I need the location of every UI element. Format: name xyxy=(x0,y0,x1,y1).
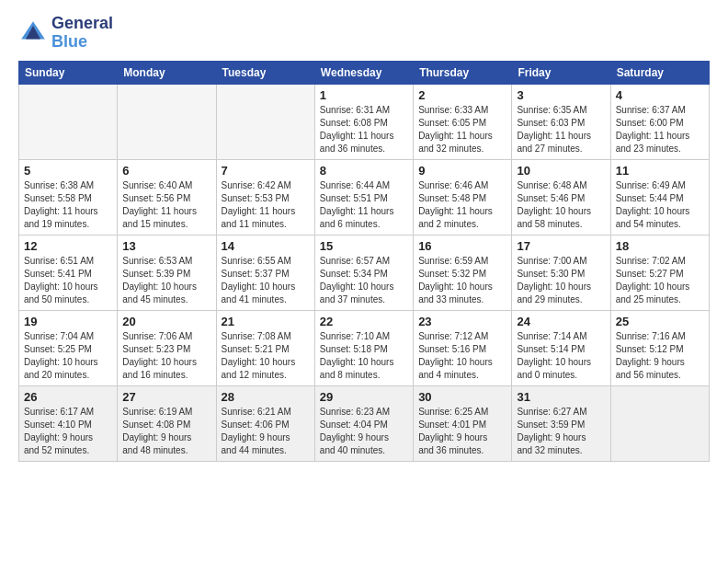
day-number: 6 xyxy=(122,164,210,178)
calendar-cell: 5Sunrise: 6:38 AM Sunset: 5:58 PM Daylig… xyxy=(19,159,118,235)
day-number: 15 xyxy=(320,239,408,253)
day-detail: Sunrise: 7:06 AM Sunset: 5:23 PM Dayligh… xyxy=(122,330,210,382)
day-number: 8 xyxy=(320,164,408,178)
calendar-cell: 30Sunrise: 6:25 AM Sunset: 4:01 PM Dayli… xyxy=(414,385,512,461)
day-detail: Sunrise: 6:27 AM Sunset: 3:59 PM Dayligh… xyxy=(517,406,605,457)
logo: General Blue xyxy=(18,15,113,52)
calendar-cell: 11Sunrise: 6:49 AM Sunset: 5:44 PM Dayli… xyxy=(610,159,709,235)
day-number: 16 xyxy=(418,239,506,253)
day-number: 20 xyxy=(122,315,210,328)
calendar-cell: 22Sunrise: 7:10 AM Sunset: 5:18 PM Dayli… xyxy=(314,310,413,385)
day-detail: Sunrise: 6:37 AM Sunset: 6:00 PM Dayligh… xyxy=(616,104,704,155)
day-detail: Sunrise: 7:08 AM Sunset: 5:21 PM Dayligh… xyxy=(222,330,310,382)
calendar-cell: 14Sunrise: 6:55 AM Sunset: 5:37 PM Dayli… xyxy=(216,235,314,310)
day-detail: Sunrise: 6:55 AM Sunset: 5:37 PM Dayligh… xyxy=(222,255,310,306)
calendar-cell xyxy=(19,84,118,159)
calendar-table: SundayMondayTuesdayWednesdayThursdayFrid… xyxy=(18,61,710,462)
weekday-header-wednesday: Wednesday xyxy=(314,61,413,84)
calendar-cell xyxy=(216,84,314,159)
day-detail: Sunrise: 6:33 AM Sunset: 6:05 PM Dayligh… xyxy=(418,104,506,155)
day-detail: Sunrise: 6:51 AM Sunset: 5:41 PM Dayligh… xyxy=(24,255,112,306)
weekday-header-tuesday: Tuesday xyxy=(216,61,314,84)
day-detail: Sunrise: 7:10 AM Sunset: 5:18 PM Dayligh… xyxy=(320,330,408,382)
calendar-cell: 16Sunrise: 6:59 AM Sunset: 5:32 PM Dayli… xyxy=(414,235,512,310)
calendar-cell: 23Sunrise: 7:12 AM Sunset: 5:16 PM Dayli… xyxy=(414,310,512,385)
day-detail: Sunrise: 6:23 AM Sunset: 4:04 PM Dayligh… xyxy=(320,406,408,457)
day-detail: Sunrise: 6:53 AM Sunset: 5:39 PM Dayligh… xyxy=(122,255,210,306)
calendar-cell xyxy=(118,84,216,159)
day-detail: Sunrise: 6:48 AM Sunset: 5:46 PM Dayligh… xyxy=(517,179,605,231)
day-number: 1 xyxy=(320,88,408,102)
day-detail: Sunrise: 7:02 AM Sunset: 5:27 PM Dayligh… xyxy=(616,255,704,306)
day-detail: Sunrise: 6:21 AM Sunset: 4:06 PM Dayligh… xyxy=(222,406,310,457)
logo-icon xyxy=(18,18,48,48)
logo-text: General Blue xyxy=(51,15,113,52)
day-number: 31 xyxy=(517,390,605,404)
calendar-cell: 4Sunrise: 6:37 AM Sunset: 6:00 PM Daylig… xyxy=(610,84,709,159)
day-detail: Sunrise: 7:12 AM Sunset: 5:16 PM Dayligh… xyxy=(418,330,506,382)
calendar-cell: 18Sunrise: 7:02 AM Sunset: 5:27 PM Dayli… xyxy=(610,235,709,310)
day-detail: Sunrise: 6:44 AM Sunset: 5:51 PM Dayligh… xyxy=(320,179,408,231)
calendar-cell: 29Sunrise: 6:23 AM Sunset: 4:04 PM Dayli… xyxy=(314,385,413,461)
weekday-header-thursday: Thursday xyxy=(414,61,512,84)
day-number: 11 xyxy=(616,164,704,178)
day-number: 10 xyxy=(517,164,605,178)
calendar-cell: 26Sunrise: 6:17 AM Sunset: 4:10 PM Dayli… xyxy=(19,385,118,461)
day-number: 7 xyxy=(222,164,310,178)
day-detail: Sunrise: 7:16 AM Sunset: 5:12 PM Dayligh… xyxy=(616,330,704,382)
calendar-cell: 8Sunrise: 6:44 AM Sunset: 5:51 PM Daylig… xyxy=(314,159,413,235)
day-number: 21 xyxy=(222,315,310,328)
calendar-cell: 19Sunrise: 7:04 AM Sunset: 5:25 PM Dayli… xyxy=(19,310,118,385)
day-number: 9 xyxy=(418,164,506,178)
calendar-cell: 15Sunrise: 6:57 AM Sunset: 5:34 PM Dayli… xyxy=(314,235,413,310)
day-number: 24 xyxy=(517,315,605,328)
weekday-header-friday: Friday xyxy=(512,61,610,84)
day-number: 29 xyxy=(320,390,408,404)
header: General Blue xyxy=(18,15,710,52)
calendar-cell: 10Sunrise: 6:48 AM Sunset: 5:46 PM Dayli… xyxy=(512,159,610,235)
page: General Blue SundayMondayTuesdayWednesda… xyxy=(0,0,728,563)
day-detail: Sunrise: 6:57 AM Sunset: 5:34 PM Dayligh… xyxy=(320,255,408,306)
day-detail: Sunrise: 7:04 AM Sunset: 5:25 PM Dayligh… xyxy=(24,330,112,382)
day-detail: Sunrise: 6:40 AM Sunset: 5:56 PM Dayligh… xyxy=(122,179,210,231)
day-number: 2 xyxy=(418,88,506,102)
day-number: 14 xyxy=(222,239,310,253)
calendar-cell: 27Sunrise: 6:19 AM Sunset: 4:08 PM Dayli… xyxy=(118,385,216,461)
day-detail: Sunrise: 6:59 AM Sunset: 5:32 PM Dayligh… xyxy=(418,255,506,306)
day-detail: Sunrise: 6:49 AM Sunset: 5:44 PM Dayligh… xyxy=(616,179,704,231)
day-detail: Sunrise: 6:17 AM Sunset: 4:10 PM Dayligh… xyxy=(24,406,112,457)
calendar-cell: 25Sunrise: 7:16 AM Sunset: 5:12 PM Dayli… xyxy=(610,310,709,385)
day-detail: Sunrise: 6:35 AM Sunset: 6:03 PM Dayligh… xyxy=(517,104,605,155)
day-number: 18 xyxy=(616,239,704,253)
calendar-cell: 3Sunrise: 6:35 AM Sunset: 6:03 PM Daylig… xyxy=(512,84,610,159)
day-detail: Sunrise: 6:42 AM Sunset: 5:53 PM Dayligh… xyxy=(222,179,310,231)
weekday-header-monday: Monday xyxy=(118,61,216,84)
day-number: 22 xyxy=(320,315,408,328)
calendar-cell: 9Sunrise: 6:46 AM Sunset: 5:48 PM Daylig… xyxy=(414,159,512,235)
calendar-cell: 20Sunrise: 7:06 AM Sunset: 5:23 PM Dayli… xyxy=(118,310,216,385)
calendar-cell: 6Sunrise: 6:40 AM Sunset: 5:56 PM Daylig… xyxy=(118,159,216,235)
calendar-cell: 2Sunrise: 6:33 AM Sunset: 6:05 PM Daylig… xyxy=(414,84,512,159)
day-number: 5 xyxy=(24,164,112,178)
day-number: 19 xyxy=(24,315,112,328)
day-number: 27 xyxy=(122,390,210,404)
calendar-cell: 24Sunrise: 7:14 AM Sunset: 5:14 PM Dayli… xyxy=(512,310,610,385)
day-number: 28 xyxy=(222,390,310,404)
weekday-header-saturday: Saturday xyxy=(610,61,709,84)
day-number: 3 xyxy=(517,88,605,102)
calendar-cell: 7Sunrise: 6:42 AM Sunset: 5:53 PM Daylig… xyxy=(216,159,314,235)
day-number: 12 xyxy=(24,239,112,253)
calendar-cell: 1Sunrise: 6:31 AM Sunset: 6:08 PM Daylig… xyxy=(314,84,413,159)
calendar-cell: 21Sunrise: 7:08 AM Sunset: 5:21 PM Dayli… xyxy=(216,310,314,385)
day-detail: Sunrise: 7:14 AM Sunset: 5:14 PM Dayligh… xyxy=(517,330,605,382)
day-number: 25 xyxy=(616,315,704,328)
day-number: 17 xyxy=(517,239,605,253)
calendar-cell: 31Sunrise: 6:27 AM Sunset: 3:59 PM Dayli… xyxy=(512,385,610,461)
day-detail: Sunrise: 6:46 AM Sunset: 5:48 PM Dayligh… xyxy=(418,179,506,231)
day-number: 30 xyxy=(418,390,506,404)
day-detail: Sunrise: 6:19 AM Sunset: 4:08 PM Dayligh… xyxy=(122,406,210,457)
day-detail: Sunrise: 6:38 AM Sunset: 5:58 PM Dayligh… xyxy=(24,179,112,231)
day-detail: Sunrise: 7:00 AM Sunset: 5:30 PM Dayligh… xyxy=(517,255,605,306)
calendar-cell: 17Sunrise: 7:00 AM Sunset: 5:30 PM Dayli… xyxy=(512,235,610,310)
weekday-header-sunday: Sunday xyxy=(19,61,118,84)
